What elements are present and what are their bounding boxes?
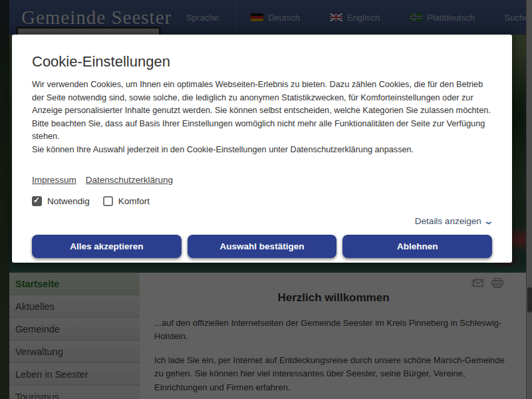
legal-links: Impressum Datenschutzerklärung	[32, 175, 492, 185]
dialog-title: Cookie-Einstellungen	[32, 53, 492, 70]
cookie-description: Wir verwenden Cookies, um Ihnen ein opti…	[32, 78, 492, 144]
browser-viewport: Gemeinde Seester Sprache: Deutsch	[0, 0, 532, 399]
cookie-settings-dialog: Cookie-Einstellungen Wir verwenden Cooki…	[12, 35, 512, 263]
decline-button[interactable]: Ablehnen	[342, 235, 492, 258]
checked-checkbox-icon[interactable]	[32, 196, 42, 206]
confirm-selection-button[interactable]: Auswahl bestätigen	[188, 235, 337, 258]
checkbox-komfort[interactable]: Komfort	[103, 196, 150, 206]
impressum-link[interactable]: Impressum	[32, 175, 76, 185]
dialog-buttons: Alles akzeptieren Auswahl bestätigen Abl…	[32, 235, 492, 258]
checkbox-notwendig[interactable]: Notwendig	[32, 196, 90, 206]
unchecked-checkbox-icon[interactable]	[103, 196, 113, 206]
cookie-category-checkboxes: Notwendig Komfort	[32, 196, 492, 206]
accept-all-button[interactable]: Alles akzeptieren	[32, 235, 182, 258]
cookie-description-2: Sie können Ihre Auswahl jederzeit in den…	[32, 144, 492, 157]
datenschutz-link[interactable]: Datenschutzerklärung	[86, 175, 173, 185]
chevron-down-icon: ⌄	[483, 215, 493, 226]
details-toggle[interactable]: Details anzeigen⌄	[32, 215, 492, 226]
